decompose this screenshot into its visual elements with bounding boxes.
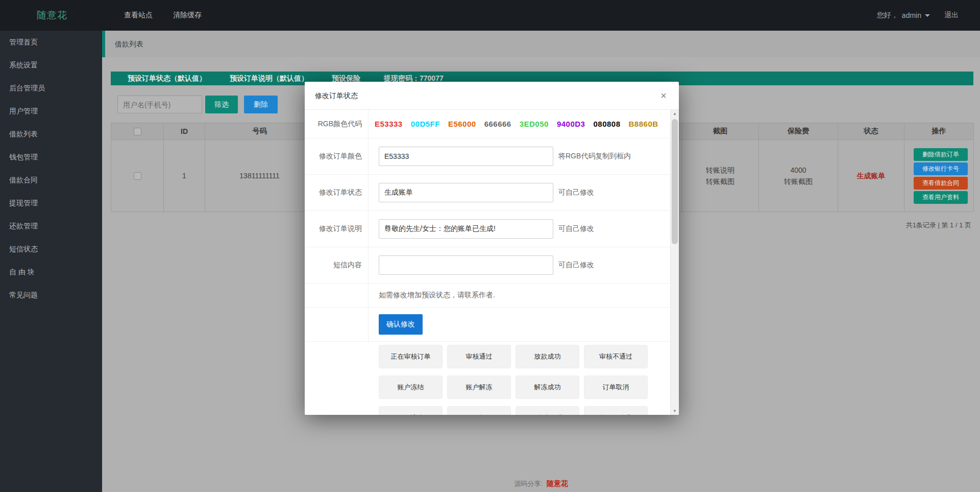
order-color-label: 修改订单颜色: [305, 138, 369, 174]
modal-form: RGB颜色代码 E53333 00D5FF E56000 666666 3ED0…: [305, 110, 670, 415]
preset-approved-button[interactable]: 审核通过: [447, 345, 511, 368]
sidebar-item-sms-status[interactable]: 短信状态: [0, 238, 102, 261]
rgb-code-0[interactable]: E53333: [375, 120, 403, 128]
sidebar-item-system-settings[interactable]: 系统设置: [0, 54, 102, 77]
view-loan-contract-button[interactable]: 查看借款合同: [914, 177, 968, 190]
col-header-insurance: 保险费: [759, 123, 838, 140]
sms-content-hint: 可自己修改: [558, 261, 594, 270]
rgb-code-1[interactable]: 00D5FF: [411, 120, 440, 128]
preset-collect-fee-button[interactable]: 收取保险费: [584, 406, 648, 415]
col-header-status: 状态: [838, 123, 904, 140]
sidebar-item-loan-contract[interactable]: 借款合同: [0, 169, 102, 192]
sidebar-item-loan-list[interactable]: 借款列表: [0, 123, 102, 146]
navbar-menu: 查看站点 清除缓存: [124, 0, 202, 31]
preset-bank-error-button[interactable]: 银行卡异常: [516, 406, 579, 415]
sidebar-item-repayment[interactable]: 还款管理: [0, 215, 102, 238]
filter-button[interactable]: 筛选: [205, 96, 238, 113]
breadcrumb: 借款列表: [102, 31, 980, 57]
preset-order-canceled-button[interactable]: 订单取消: [584, 376, 648, 399]
preset-account-frozen-button[interactable]: 账户冻结: [379, 376, 443, 399]
username-search-input[interactable]: [117, 96, 202, 113]
preset-buttons-area: 正在审核订单 审核通过 放款成功 审核不通过 账户冻结 账户解冻 解冻成功 订单…: [305, 342, 670, 415]
rgb-codes-label: RGB颜色代码: [305, 110, 369, 138]
sms-content-row: 短信内容 可自己修改: [305, 247, 670, 284]
transfer-shot-link[interactable]: 转账截图: [682, 176, 758, 187]
rgb-code-2[interactable]: E56000: [448, 120, 476, 128]
edit-order-status-modal: 修改订单状态 × RGB颜色代码 E53333 00D5FF E56000 66…: [305, 82, 679, 415]
insurance-shot-link[interactable]: 转账截图: [759, 176, 838, 187]
rgb-code-3[interactable]: 666666: [484, 120, 511, 128]
footer-label: 源码分享:: [514, 480, 543, 487]
footer-brand-link[interactable]: 随意花: [547, 479, 568, 487]
rgb-codes-list: E53333 00D5FF E56000 666666 3ED050 9400D…: [369, 110, 670, 138]
scroll-up-icon[interactable]: ▲: [671, 111, 679, 116]
preset-loan-success-button[interactable]: 放款成功: [516, 345, 579, 368]
row-screenshot-cell: 转账说明 转账截图: [682, 140, 759, 212]
order-desc-input[interactable]: [379, 219, 553, 239]
row-insurance-cell: 4000 转账截图: [759, 140, 838, 212]
preset-credit-flow-button[interactable]: 信用流水: [379, 406, 443, 415]
edit-bank-card-button[interactable]: 修改银行卡号: [914, 162, 968, 175]
sidebar-item-withdraw[interactable]: 提现管理: [0, 192, 102, 215]
order-status-label: 修改订单状态: [305, 175, 369, 210]
page-footer: 源码分享: 随意花: [102, 479, 980, 488]
nav-item-clear-cache[interactable]: 清除缓存: [173, 11, 202, 20]
preset-account-unfrozen-button[interactable]: 账户解冻: [447, 376, 511, 399]
nav-item-view-site[interactable]: 查看站点: [124, 11, 153, 20]
brand-logo[interactable]: 随意花: [37, 0, 67, 31]
row-checkbox[interactable]: [134, 172, 141, 180]
preset-order-desc-link[interactable]: 预设订单说明（默认值）: [230, 74, 308, 83]
preset-unfreeze-success-button[interactable]: 解冻成功: [516, 376, 579, 399]
order-color-input[interactable]: [379, 147, 553, 166]
preset-paying-button[interactable]: 正在打款: [447, 406, 511, 415]
sms-content-input[interactable]: [379, 255, 553, 275]
row-phone-cell: 13811111111: [205, 140, 314, 212]
order-desc-hint: 可自己修改: [558, 224, 594, 233]
row-status-cell: 生成账单: [838, 140, 904, 212]
sidebar-item-faq[interactable]: 常见问题: [0, 284, 102, 307]
sidebar-item-users[interactable]: 用户管理: [0, 100, 102, 123]
note-label-empty: [305, 284, 369, 307]
rgb-code-6[interactable]: 080808: [593, 120, 620, 128]
rgb-code-7[interactable]: B8860B: [629, 120, 658, 128]
logout-button[interactable]: 退出: [944, 11, 959, 20]
modal-scrollbar[interactable]: ▲ ▼: [670, 110, 679, 415]
admin-screen: 随意花 查看站点 清除缓存 您好，admin 退出 管理首页 系统设置 后台管理…: [0, 0, 980, 492]
username: admin: [902, 11, 921, 19]
sidebar-item-free-block[interactable]: 自 由 块: [0, 261, 102, 284]
order-status-input[interactable]: [379, 183, 553, 202]
note-row: 如需修改增加预设状态，请联系作者.: [305, 284, 670, 308]
preset-row-2: 账户冻结 账户解冻 解冻成功 订单取消: [379, 376, 670, 399]
col-header-phone: 号码: [205, 123, 314, 140]
scroll-down-icon[interactable]: ▼: [671, 409, 679, 413]
navbar-right: 您好，admin 退出: [877, 0, 959, 31]
view-user-profile-button[interactable]: 查看用户资料: [914, 191, 968, 204]
preset-order-status-link[interactable]: 预设订单状态（默认值）: [128, 74, 206, 83]
preset-row-1: 正在审核订单 审核通过 放款成功 审核不通过: [379, 345, 670, 368]
rgb-codes-row: RGB颜色代码 E53333 00D5FF E56000 666666 3ED0…: [305, 110, 670, 138]
select-all-checkbox[interactable]: [134, 128, 141, 135]
order-desc-row: 修改订单说明 可自己修改: [305, 211, 670, 247]
sidebar-item-home[interactable]: 管理首页: [0, 31, 102, 54]
rgb-code-5[interactable]: 9400D3: [557, 120, 585, 128]
rgb-code-4[interactable]: 3ED050: [520, 120, 549, 128]
scrollbar-thumb[interactable]: [672, 119, 678, 244]
greeting-text: 您好，: [877, 11, 898, 20]
delete-loan-order-button[interactable]: 删除借款订单: [914, 148, 968, 161]
sidebar-item-admins[interactable]: 后台管理员: [0, 77, 102, 100]
col-header-select: [111, 123, 164, 140]
transfer-desc-link[interactable]: 转账说明: [682, 165, 758, 176]
close-icon[interactable]: ×: [658, 82, 669, 110]
preset-reviewing-button[interactable]: 正在审核订单: [379, 345, 443, 368]
delete-button[interactable]: 删除: [244, 96, 278, 113]
row-actions-cell: 删除借款订单 修改银行卡号 查看借款合同 查看用户资料: [904, 140, 974, 212]
order-color-row: 修改订单颜色 将RGB代码复制到框内: [305, 138, 670, 175]
contact-author-note: 如需修改增加预设状态，请联系作者.: [379, 291, 495, 300]
user-dropdown[interactable]: 您好，admin: [877, 11, 930, 20]
preset-rejected-button[interactable]: 审核不通过: [584, 345, 648, 368]
status-badge: 生成账单: [857, 172, 886, 180]
confirm-edit-button[interactable]: 确认修改: [379, 314, 423, 335]
col-header-id: ID: [164, 123, 205, 140]
confirm-row: 确认修改: [305, 308, 670, 342]
sidebar-item-wallet[interactable]: 钱包管理: [0, 146, 102, 169]
